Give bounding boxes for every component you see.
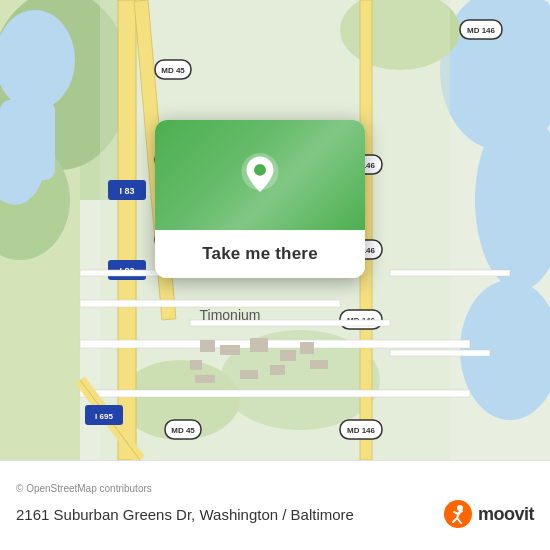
svg-rect-61 [270,365,285,375]
svg-rect-58 [300,342,314,354]
address-row: 2161 Suburban Greens Dr, Washington / Ba… [16,500,534,528]
take-me-there-button[interactable]: Take me there [155,230,365,278]
svg-rect-7 [0,100,55,180]
location-popup: Take me there [155,120,365,278]
moovit-logo: moovit [444,500,534,528]
moovit-logo-icon [444,500,472,528]
svg-text:MD 146: MD 146 [347,426,376,435]
svg-rect-42 [390,270,510,276]
svg-text:I 695: I 695 [95,412,113,421]
svg-rect-53 [200,340,215,352]
svg-rect-54 [220,345,240,355]
svg-rect-56 [190,360,202,370]
bottom-bar: © OpenStreetMap contributors 2161 Suburb… [0,460,550,550]
svg-rect-38 [80,390,470,397]
svg-text:I 83: I 83 [119,186,134,196]
svg-rect-59 [195,375,215,383]
svg-rect-60 [240,370,258,379]
popup-map-thumbnail [155,120,365,230]
svg-text:MD 146: MD 146 [467,26,496,35]
svg-rect-37 [80,340,470,348]
map-attribution: © OpenStreetMap contributors [16,483,534,494]
svg-rect-57 [280,350,296,361]
address-text: 2161 Suburban Greens Dr, Washington / Ba… [16,506,354,523]
svg-text:MD 45: MD 45 [171,426,195,435]
svg-point-64 [254,164,266,176]
map-container: I 83 I 83 MD 45 MD 45 MD 45 MD 146 MD 14… [0,0,550,460]
svg-rect-43 [390,350,490,356]
svg-text:MD 45: MD 45 [161,66,185,75]
location-pin-icon [238,153,282,197]
moovit-brand-text: moovit [478,504,534,525]
svg-rect-62 [310,360,328,369]
svg-rect-39 [80,300,340,307]
svg-text:Timonium: Timonium [200,307,261,323]
svg-rect-55 [250,338,268,352]
